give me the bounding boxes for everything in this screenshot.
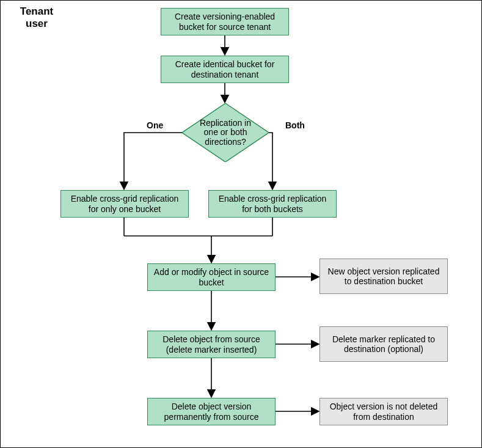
result-label: New object version replicated to destina… (325, 266, 442, 286)
result-label: Delete marker replicated to destination … (325, 334, 442, 354)
result-not-deleted: Object version is not deleted from desti… (320, 398, 448, 425)
step-label: Delete object from source (delete marker… (153, 334, 270, 354)
step-label: Create identical bucket for destination … (166, 59, 283, 79)
branch-label-one: One (147, 120, 163, 130)
step-label: Delete object version permanently from s… (153, 402, 270, 421)
result-new-version-replicated: New object version replicated to destina… (320, 259, 448, 294)
decision-label: Replication in one or both directions? (182, 103, 269, 162)
step-add-modify-object: Add or modify object in source bucket (147, 263, 276, 291)
step-enable-one-bucket: Enable cross-grid replication for only o… (60, 190, 189, 218)
step-delete-object-permanent: Delete object version permanently from s… (147, 398, 276, 425)
step-create-source-bucket: Create versioning-enabled bucket for sou… (161, 8, 289, 35)
result-label: Object version is not deleted from desti… (325, 402, 442, 421)
step-delete-object-marker: Delete object from source (delete marker… (147, 331, 276, 358)
result-delete-marker-replicated: Delete marker replicated to destination … (320, 326, 448, 362)
diagram-title: Tenant user (9, 6, 64, 29)
step-label: Create versioning-enabled bucket for sou… (166, 12, 283, 31)
step-create-dest-bucket: Create identical bucket for destination … (161, 56, 289, 83)
step-enable-both-buckets: Enable cross-grid replication for both b… (208, 190, 337, 218)
flowchart-canvas: Tenant user Create versioning-enabled bu… (0, 0, 482, 448)
step-label: Add or modify object in source bucket (153, 267, 270, 287)
decision-replication-direction: Replication in one or both directions? (182, 103, 269, 162)
step-label: Enable cross-grid replication for only o… (66, 194, 183, 213)
branch-label-both: Both (285, 120, 305, 130)
step-label: Enable cross-grid replication for both b… (214, 194, 331, 213)
